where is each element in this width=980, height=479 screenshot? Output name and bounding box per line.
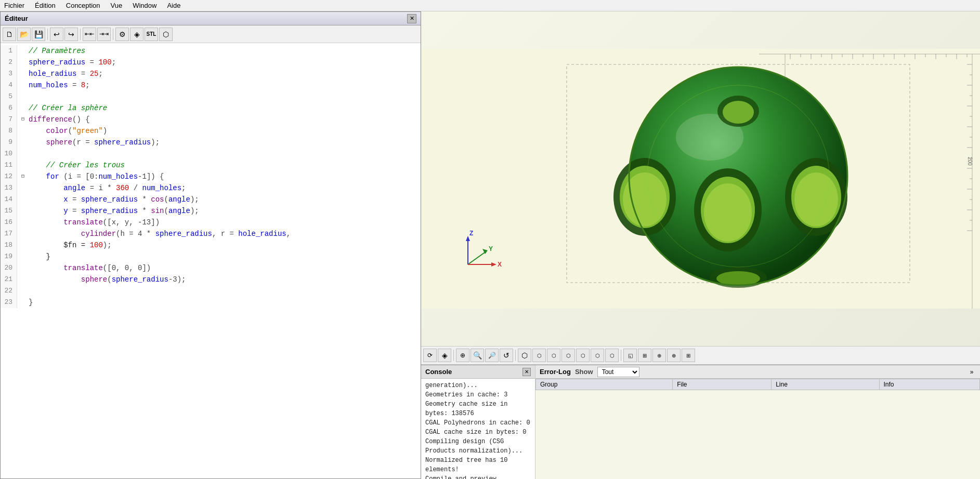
svg-point-49 <box>704 183 752 242</box>
menu-vue[interactable]: Vue <box>109 1 125 10</box>
col-group: Group <box>536 379 673 390</box>
code-line-13: 13 angle = i * 360 / num_holes; <box>1 182 421 194</box>
vp-right[interactable]: ⬡ <box>576 349 590 362</box>
3d-viewport[interactable]: 200 <box>421 11 980 346</box>
menu-window[interactable]: Window <box>130 1 159 10</box>
console-content: generation)... Geometries in cache: 3 Ge… <box>421 379 535 479</box>
console-line-3: Geometry cache size in bytes: 138576 <box>425 400 531 418</box>
menu-bar: Fichier Édition Conception Vue Window Ai… <box>0 0 980 11</box>
console-line-7: Normalized tree has 10 elements! <box>425 456 531 474</box>
line-number-4: 4 <box>1 79 17 91</box>
fold-21 <box>21 274 29 285</box>
export2-button[interactable]: ⬡ <box>159 28 173 41</box>
vp-zoom-out[interactable]: 🔎 <box>485 349 499 362</box>
code-content-14: x = sphere_radius * cos(angle); <box>29 194 199 205</box>
main-layout: Éditeur ✕ 🗋 📂 💾 ↩ ↪ ⇤⇤ ⇥⇥ ⚙ ◈ STL ⬡ 1 //… <box>0 11 980 479</box>
errorlog-show-select[interactable]: Tout Errors Warnings <box>597 367 639 377</box>
undo-button[interactable]: ↩ <box>50 28 63 41</box>
code-line-2: 2 sphere_radius = 100; <box>1 57 421 68</box>
console-line-8: Compile and preview finished. <box>425 474 531 479</box>
code-line-18: 18 $fn = 100); <box>1 240 421 251</box>
line-number-10: 10 <box>1 148 17 159</box>
line-number-3: 3 <box>1 68 17 79</box>
code-line-6: 6 // Créer la sphère <box>1 102 421 114</box>
preview-button[interactable]: ⚙ <box>115 28 129 41</box>
menu-fichier[interactable]: Fichier <box>2 1 27 10</box>
editor-toolbar: 🗋 📂 💾 ↩ ↪ ⇤⇤ ⇥⇥ ⚙ ◈ STL ⬡ <box>1 25 421 43</box>
new-button[interactable]: 🗋 <box>3 28 16 41</box>
fold-12[interactable]: ⊟ <box>21 171 29 182</box>
toolbar-separator-2 <box>80 29 81 40</box>
indent-more-button[interactable]: ⇥⇥ <box>97 28 111 41</box>
code-line-5: 5 <box>1 91 421 102</box>
render-button[interactable]: ◈ <box>130 28 143 41</box>
errorlog-panel: Error-Log Show Tout Errors Warnings » Gr… <box>535 365 980 479</box>
line-number-14: 14 <box>1 194 17 205</box>
errorlog-show-label: Show <box>575 368 593 376</box>
code-line-15: 15 y = sphere_radius * sin(angle); <box>1 205 421 217</box>
console-line-1: generation)... <box>425 381 531 390</box>
vp-btn-1[interactable]: ⟳ <box>423 349 437 362</box>
console-close-button[interactable]: ✕ <box>522 368 531 376</box>
fold-4 <box>21 79 29 91</box>
vp-axes[interactable]: ⊕ <box>652 349 666 362</box>
console-line-4: CGAL Polyhedrons in cache: 0 <box>425 418 531 428</box>
line-number-22: 22 <box>1 285 17 297</box>
fold-8 <box>21 125 29 137</box>
console-line-6: Compiling design (CSG Products normaliza… <box>425 437 531 456</box>
line-number-5: 5 <box>1 91 17 102</box>
save-button[interactable]: 💾 <box>32 28 45 41</box>
code-line-21: 21 sphere(sphere_radius-3); <box>1 274 421 285</box>
fold-7[interactable]: ⊟ <box>21 114 29 125</box>
fold-14 <box>21 194 29 205</box>
vp-ortho[interactable]: ⊞ <box>638 349 651 362</box>
code-editor[interactable]: 1 // Paramètres 2 sphere_radius = 100; 3… <box>1 43 421 478</box>
code-line-7: 7 ⊟ difference() { <box>1 114 421 125</box>
code-content-13: angle = i * 360 / num_holes; <box>29 182 186 194</box>
vp-axes2[interactable]: ⊕ <box>667 349 681 362</box>
editor-close-button[interactable]: ✕ <box>407 14 416 23</box>
vp-left[interactable]: ⬡ <box>561 349 575 362</box>
menu-aide[interactable]: Aide <box>165 1 182 10</box>
vp-reset-axes[interactable]: ⊞ <box>682 349 695 362</box>
svg-point-52 <box>794 172 838 227</box>
fold-10 <box>21 148 29 159</box>
line-number-6: 6 <box>1 102 17 114</box>
line-number-13: 13 <box>1 182 17 194</box>
errorlog-expand-button[interactable]: » <box>968 368 976 376</box>
vp-btn-2[interactable]: ◈ <box>438 349 451 362</box>
console-panel: Console ✕ generation)... Geometries in c… <box>421 365 535 479</box>
code-content-17: cylinder(h = 4 * sphere_radius, r = hole… <box>29 228 291 240</box>
vp-back[interactable]: ⬡ <box>605 349 619 362</box>
toolbar-separator-1 <box>47 29 48 40</box>
fold-6 <box>21 102 29 114</box>
open-button[interactable]: 📂 <box>17 28 31 41</box>
vp-zoom-fit[interactable]: ⊕ <box>456 349 469 362</box>
code-content-7: difference() { <box>29 114 90 125</box>
fold-19 <box>21 251 29 262</box>
vp-zoom-in[interactable]: 🔍 <box>471 349 484 362</box>
editor-title: Éditeur <box>5 15 28 22</box>
col-info: Info <box>879 379 979 390</box>
code-content-23: } <box>29 297 33 308</box>
col-line: Line <box>772 379 879 390</box>
3d-scene: 200 <box>421 11 980 346</box>
vp-undo-view[interactable]: ↺ <box>500 349 513 362</box>
vp-3d[interactable]: ⬡ <box>518 349 531 362</box>
vp-bottom[interactable]: ⬡ <box>547 349 560 362</box>
vp-front[interactable]: ⬡ <box>591 349 604 362</box>
redo-button[interactable]: ↪ <box>64 28 78 41</box>
fold-20 <box>21 262 29 274</box>
vp-diag[interactable]: ◱ <box>623 349 637 362</box>
menu-conception[interactable]: Conception <box>64 1 102 10</box>
line-number-7: 7 <box>1 114 17 125</box>
vp-top[interactable]: ⬡ <box>532 349 546 362</box>
fold-1 <box>21 45 29 57</box>
fold-5 <box>21 91 29 102</box>
code-line-1: 1 // Paramètres <box>1 45 421 57</box>
menu-edition[interactable]: Édition <box>33 1 58 10</box>
code-content-1: // Paramètres <box>29 45 85 57</box>
code-line-16: 16 translate([x, y, -13]) <box>1 217 421 228</box>
stl-export-button[interactable]: STL <box>145 28 158 41</box>
indent-less-button[interactable]: ⇤⇤ <box>83 28 96 41</box>
